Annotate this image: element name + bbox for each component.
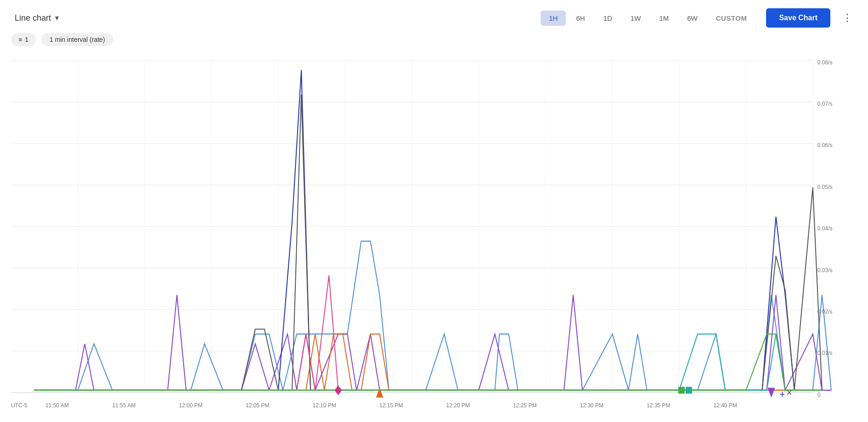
time-controls: 1H 6H 1D 1W 1M 6W CUSTOM bbox=[541, 11, 755, 26]
x-label-1225: 12:25 PM bbox=[513, 402, 536, 409]
chart-type-button[interactable]: Line chart ▼ bbox=[11, 11, 64, 25]
filter-count: 1 bbox=[25, 36, 28, 43]
x-label-utc: UTC-5 bbox=[11, 402, 28, 409]
y-label-5: 0.03/s bbox=[817, 267, 833, 273]
time-button-1m[interactable]: 1M bbox=[651, 11, 677, 26]
y-label-4: 0.04/s bbox=[817, 225, 833, 232]
chart-svg: + ✕ 0.08/s 0.07/s 0.06/s 0.05/s 0.04/s 0… bbox=[11, 51, 840, 422]
save-chart-button[interactable]: Save Chart bbox=[766, 8, 830, 28]
y-label-1: 0.07/s bbox=[817, 101, 833, 107]
square-marker-teal bbox=[686, 387, 692, 393]
x-label-1230: 12:30 PM bbox=[580, 402, 603, 409]
time-button-6h[interactable]: 6H bbox=[568, 11, 593, 26]
chart-type-label: Line chart bbox=[15, 13, 51, 23]
x-label-1155: 11:55 AM bbox=[112, 402, 135, 409]
more-options-button[interactable]: ⋮ bbox=[838, 10, 857, 26]
x-label-1220: 12:20 PM bbox=[446, 402, 469, 409]
time-button-1w[interactable]: 1W bbox=[622, 11, 649, 26]
y-label-2: 0.06/s bbox=[817, 142, 833, 148]
time-button-1h[interactable]: 1H bbox=[541, 11, 566, 26]
time-button-6w[interactable]: 6W bbox=[679, 11, 706, 26]
x-label-1200: 12:00 PM bbox=[179, 402, 203, 409]
x-label-1215: 12:15 PM bbox=[379, 402, 403, 409]
x-label-1205: 12:05 PM bbox=[246, 402, 269, 409]
x-label-1240: 12:40 PM bbox=[713, 402, 737, 409]
x-label-1235: 12:35 PM bbox=[647, 402, 670, 409]
filter-icon: ≡ bbox=[18, 36, 22, 43]
diamond-marker bbox=[334, 385, 342, 395]
x-label-1210: 12:10 PM bbox=[313, 402, 336, 409]
square-marker-green bbox=[678, 387, 685, 393]
time-button-custom[interactable]: CUSTOM bbox=[708, 11, 755, 26]
interval-button[interactable]: 1 min interval (rate) bbox=[41, 33, 113, 46]
y-label-8: 0 bbox=[817, 391, 821, 398]
header: Line chart ▼ 1H 6H 1D 1W 1M 6W CUSTOM Sa… bbox=[0, 0, 868, 33]
sub-header: ≡ 1 1 min interval (rate) bbox=[0, 33, 868, 51]
y-label-6: 0.02/s bbox=[817, 308, 833, 315]
y-label-3: 0.05/s bbox=[817, 184, 833, 190]
y-label-7: 0.01/s bbox=[817, 350, 833, 356]
x-label-1150: 11:50 AM bbox=[45, 402, 69, 409]
plus-marker: + bbox=[780, 388, 785, 399]
y-label-0: 0.08/s bbox=[817, 59, 833, 65]
chevron-down-icon: ▼ bbox=[54, 14, 60, 22]
filter-button[interactable]: ≡ 1 bbox=[11, 33, 36, 46]
x-marker: ✕ bbox=[786, 388, 793, 397]
chart-area: + ✕ 0.08/s 0.07/s 0.06/s 0.05/s 0.04/s 0… bbox=[0, 51, 868, 422]
time-button-1d[interactable]: 1D bbox=[595, 11, 620, 26]
